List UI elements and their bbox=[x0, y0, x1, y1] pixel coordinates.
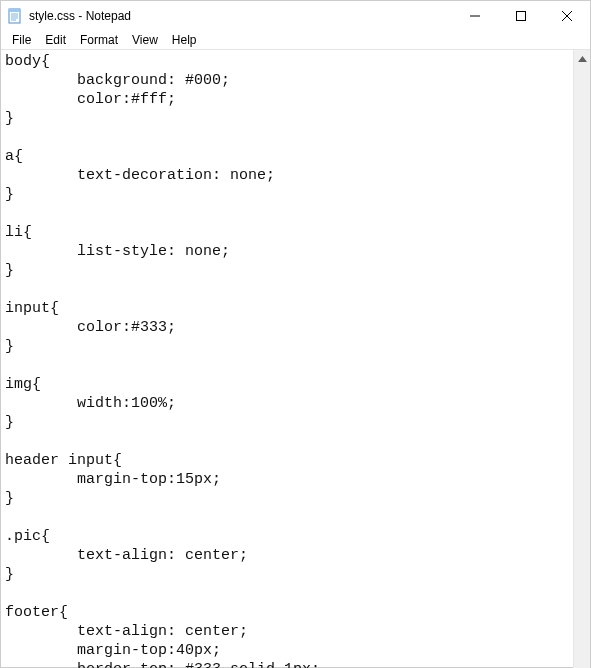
svg-rect-1 bbox=[9, 9, 20, 12]
minimize-button[interactable] bbox=[452, 1, 498, 31]
editor-textarea[interactable]: body{ background: #000; color:#fff; } a{… bbox=[1, 50, 573, 668]
menubar: File Edit Format View Help bbox=[1, 31, 590, 50]
maximize-button[interactable] bbox=[498, 1, 544, 31]
content-area: body{ background: #000; color:#fff; } a{… bbox=[1, 50, 590, 668]
notepad-icon bbox=[7, 8, 23, 24]
scroll-up-arrow-icon[interactable] bbox=[574, 50, 591, 67]
window-title: style.css - Notepad bbox=[29, 9, 131, 23]
vertical-scrollbar[interactable] bbox=[573, 50, 590, 668]
menu-format[interactable]: Format bbox=[73, 31, 125, 49]
window-controls bbox=[452, 1, 590, 31]
titlebar[interactable]: style.css - Notepad bbox=[1, 1, 590, 31]
svg-rect-7 bbox=[517, 12, 526, 21]
menu-file[interactable]: File bbox=[5, 31, 38, 49]
menu-view[interactable]: View bbox=[125, 31, 165, 49]
menu-edit[interactable]: Edit bbox=[38, 31, 73, 49]
notepad-window: style.css - Notepad File Edit Format Vie… bbox=[0, 0, 591, 668]
close-button[interactable] bbox=[544, 1, 590, 31]
title-left: style.css - Notepad bbox=[7, 8, 131, 24]
menu-help[interactable]: Help bbox=[165, 31, 204, 49]
